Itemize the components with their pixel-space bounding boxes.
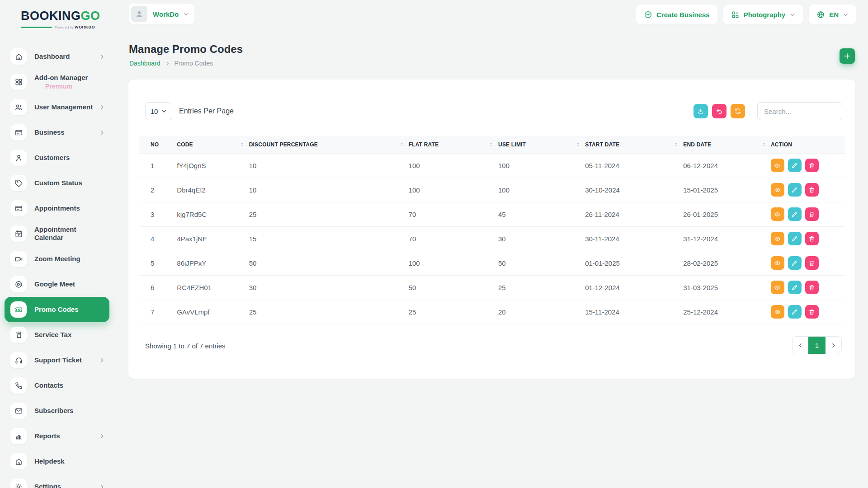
sort-icon[interactable]: [240, 142, 245, 147]
sort-icon[interactable]: [761, 142, 766, 147]
cell-use-limit: 25: [498, 275, 585, 300]
view-button[interactable]: [771, 232, 784, 245]
undo-button[interactable]: [712, 104, 726, 118]
sidebar-item-appointment-calendar[interactable]: Appointment Calendar: [5, 221, 109, 246]
cell-use-limit: 45: [498, 202, 585, 226]
view-button[interactable]: [771, 159, 784, 172]
view-button[interactable]: [771, 207, 784, 221]
grid-plus-icon: [731, 10, 740, 19]
language-selector[interactable]: EN: [809, 5, 856, 24]
cell-end-date: 31-12-2024: [683, 226, 771, 251]
edit-button[interactable]: [788, 305, 802, 319]
table-toolbar: 10 Entries Per Page: [145, 102, 842, 120]
delete-button[interactable]: [805, 183, 819, 197]
chevron-down-icon: [161, 108, 167, 114]
users-icon: [10, 99, 27, 115]
add-promo-code-button[interactable]: [840, 48, 855, 64]
person-icon: [10, 150, 27, 166]
cell-actions: [771, 202, 845, 226]
gear-icon: [10, 479, 27, 488]
promo-codes-card: 10 Entries Per Page NOCODEDISCOUNT PERCE…: [128, 80, 855, 379]
sidebar-item-support-ticket[interactable]: Support Ticket: [5, 347, 109, 373]
topbar-actions: Create Business Photography EN: [636, 5, 856, 24]
sidebar-item-appointments[interactable]: Appointments: [5, 196, 109, 221]
sidebar-item-user-management[interactable]: User Management: [5, 94, 109, 120]
delete-button[interactable]: [805, 256, 819, 270]
sort-icon[interactable]: [399, 142, 404, 147]
sort-icon[interactable]: [489, 142, 494, 147]
edit-button[interactable]: [788, 281, 802, 294]
sidebar-item-label: Appointment Calendar: [34, 225, 76, 241]
eye-icon: [774, 235, 781, 242]
column-header-code[interactable]: CODE: [177, 136, 249, 153]
tag-icon: [10, 175, 27, 191]
view-button[interactable]: [771, 281, 784, 294]
breadcrumb-link-dashboard[interactable]: Dashboard: [129, 60, 160, 67]
workspace-selector[interactable]: WorkDo: [129, 4, 194, 24]
edit-button[interactable]: [788, 232, 802, 245]
sidebar-item-google-meet[interactable]: Google Meet: [5, 272, 109, 297]
view-button[interactable]: [771, 305, 784, 319]
delete-button[interactable]: [805, 207, 819, 221]
pagination-prev-button[interactable]: [793, 336, 808, 354]
delete-button[interactable]: [805, 159, 819, 172]
sidebar-item-service-tax[interactable]: Service Tax: [5, 322, 109, 347]
sidebar-item-dashboard[interactable]: Dashboard: [5, 44, 109, 69]
view-button[interactable]: [771, 256, 784, 270]
sort-icon[interactable]: [674, 142, 679, 147]
cell-flat-rate: 100: [409, 251, 498, 275]
edit-button[interactable]: [788, 256, 802, 270]
table-header-row: NOCODEDISCOUNT PERCENTAGEFLAT RATEUSE LI…: [139, 136, 845, 153]
sidebar-item-custom-status[interactable]: Custom Status: [5, 170, 109, 196]
delete-button[interactable]: [805, 281, 819, 294]
pagination-current-page[interactable]: 1: [808, 336, 826, 354]
sidebar-item-zoom-meeting[interactable]: Zoom Meeting: [5, 246, 109, 272]
search-input[interactable]: [757, 102, 842, 120]
trash-icon: [808, 235, 815, 242]
cell-flat-rate: 70: [409, 202, 498, 226]
cell-actions: [771, 275, 845, 300]
sidebar-item-label: Appointments: [34, 204, 80, 212]
edit-button[interactable]: [788, 183, 802, 197]
export-button[interactable]: [693, 104, 708, 118]
undo-icon: [716, 108, 723, 115]
home-icon: [10, 453, 27, 469]
ticket-icon: [10, 301, 27, 318]
column-header-start-date[interactable]: START DATE: [585, 136, 683, 153]
delete-button[interactable]: [805, 232, 819, 245]
entries-per-page-select[interactable]: 10: [145, 102, 172, 120]
cell-end-date: 25-12-2024: [683, 300, 771, 324]
eye-icon: [774, 309, 781, 315]
delete-button[interactable]: [805, 305, 819, 319]
globe-icon: [816, 10, 825, 19]
edit-button[interactable]: [788, 159, 802, 172]
download-icon: [697, 108, 704, 115]
edit-button[interactable]: [788, 207, 802, 221]
sidebar-item-add-on-manager[interactable]: Add-on ManagerPremium: [5, 69, 109, 94]
view-button[interactable]: [771, 183, 784, 197]
eye-icon: [774, 162, 781, 169]
column-header-use-limit[interactable]: USE LIMIT: [498, 136, 585, 153]
sort-icon[interactable]: [576, 142, 580, 147]
refresh-icon: [734, 108, 741, 115]
pagination-next-button[interactable]: [826, 336, 841, 354]
app-logo[interactable]: BOOKINGGO Powered by WORKDO: [0, 0, 95, 29]
sidebar-item-helpdesk[interactable]: Helpdesk: [5, 449, 109, 474]
cell-flat-rate: 100: [409, 178, 498, 202]
trash-icon: [808, 211, 815, 218]
column-header-discount-percentage[interactable]: DISCOUNT PERCENTAGE: [249, 136, 409, 153]
home-icon: [10, 48, 27, 65]
sidebar-item-business[interactable]: Business: [5, 120, 109, 145]
sidebar-item-settings[interactable]: Settings: [5, 474, 109, 488]
sidebar-item-customers[interactable]: Customers: [5, 145, 109, 170]
refresh-button[interactable]: [731, 104, 745, 118]
sidebar-item-contacts[interactable]: Contacts: [5, 373, 109, 398]
sidebar-item-reports[interactable]: Reports: [5, 423, 109, 449]
column-header-end-date[interactable]: END DATE: [683, 136, 771, 153]
sidebar-item-subscribers[interactable]: Subscribers: [5, 398, 109, 423]
business-type-selector[interactable]: Photography: [723, 5, 803, 24]
cell-end-date: 26-01-2025: [683, 202, 771, 226]
create-business-button[interactable]: Create Business: [636, 5, 717, 24]
sidebar-item-promo-codes[interactable]: Promo Codes: [5, 297, 109, 322]
column-header-flat-rate[interactable]: FLAT RATE: [409, 136, 498, 153]
